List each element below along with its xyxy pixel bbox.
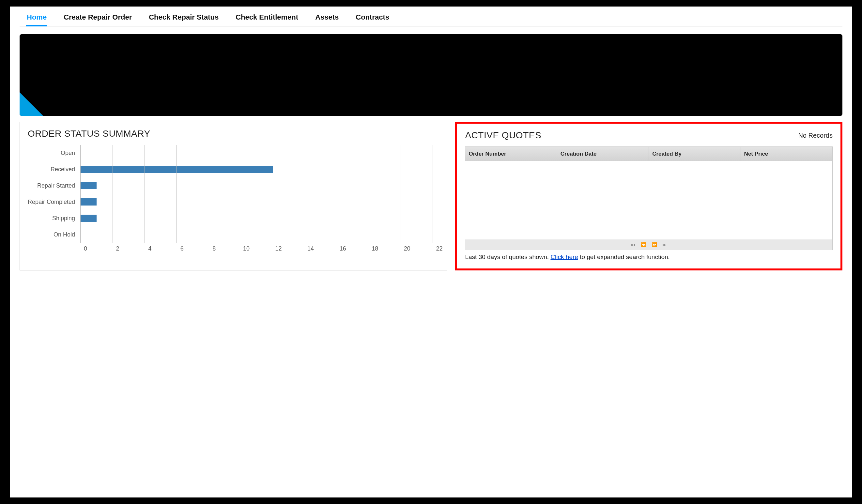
chart-bar-row <box>81 177 433 194</box>
chart-gridline <box>209 145 209 243</box>
nav-tab-check-repair-status[interactable]: Check Repair Status <box>148 12 219 26</box>
chart-gridline <box>401 145 401 243</box>
order-status-summary-panel: ORDER STATUS SUMMARY OpenReceivedRepair … <box>19 122 447 270</box>
active-quotes-title: ACTIVE QUOTES <box>465 130 541 141</box>
active-quotes-panel: ACTIVE QUOTES No Records Order NumberCre… <box>455 122 843 270</box>
panel-header: ORDER STATUS SUMMARY <box>28 129 439 139</box>
chart-category-label: Repair Completed <box>28 194 75 210</box>
chart-bar-row <box>81 210 433 226</box>
chart-x-tick: 22 <box>436 245 442 252</box>
page: HomeCreate Repair OrderCheck Repair Stat… <box>10 6 852 498</box>
nav-tab-home[interactable]: Home <box>26 12 47 26</box>
nav-tab-check-entitlement[interactable]: Check Entitlement <box>235 12 299 26</box>
pager-next-icon[interactable]: ⏩ <box>652 242 657 247</box>
chart-bar <box>81 182 96 189</box>
banner-corner-accent <box>19 92 43 116</box>
chart-x-tick: 8 <box>212 245 216 252</box>
panels-row: ORDER STATUS SUMMARY OpenReceivedRepair … <box>19 122 843 270</box>
chart-category-label: Received <box>28 161 75 177</box>
chart-x-tick: 16 <box>340 245 346 252</box>
chart-bar-row <box>81 161 433 177</box>
top-nav: HomeCreate Repair OrderCheck Repair Stat… <box>19 6 843 26</box>
quotes-column-header[interactable]: Net Price <box>741 147 832 161</box>
pager-prev-icon[interactable]: ⏪ <box>641 242 646 247</box>
quotes-pager: ⏮ ⏪ ⏩ ⏭ <box>465 239 832 250</box>
chart-category-label: Shipping <box>28 210 75 226</box>
chart-gridline <box>177 145 177 243</box>
chart-bar <box>81 215 96 222</box>
chart-gridline <box>113 145 113 243</box>
chart-bars <box>81 145 433 243</box>
chart-gridline <box>305 145 305 243</box>
chart-category-label: Open <box>28 145 75 161</box>
chart-bar <box>81 198 96 205</box>
chart-category-label: On Hold <box>28 226 75 243</box>
pager-last-icon[interactable]: ⏭ <box>662 242 667 247</box>
quotes-column-header[interactable]: Creation Date <box>557 147 649 161</box>
chart-y-labels: OpenReceivedRepair StartedRepair Complet… <box>28 145 80 243</box>
nav-tab-contracts[interactable]: Contracts <box>355 12 390 26</box>
chart-x-tick: 10 <box>243 245 250 252</box>
chart-gridline <box>369 145 369 243</box>
chart-x-tick: 14 <box>308 245 314 252</box>
quotes-footer-suffix: to get expanded search function. <box>578 253 670 260</box>
quotes-footer-prefix: Last 30 days of quotes shown. <box>465 253 550 260</box>
chart-x-tick: 0 <box>84 245 87 252</box>
pager-first-icon[interactable]: ⏮ <box>631 242 636 247</box>
chart-gridline <box>273 145 273 243</box>
quotes-column-header[interactable]: Order Number <box>465 147 557 161</box>
chart-x-tick: 12 <box>275 245 282 252</box>
chart-bar-row <box>81 226 433 243</box>
quotes-table-body <box>465 161 832 239</box>
quotes-table-header: Order NumberCreation DateCreated ByNet P… <box>465 147 832 161</box>
chart-bar-row <box>81 145 433 161</box>
chart-x-tick: 6 <box>180 245 184 252</box>
chart-x-tick: 4 <box>148 245 152 252</box>
chart-plot-area <box>80 145 433 243</box>
chart-x-axis: 0246810121416182022 <box>86 243 439 252</box>
quotes-footer-link[interactable]: Click here <box>550 253 578 260</box>
hero-banner <box>19 34 843 116</box>
chart-category-label: Repair Started <box>28 177 75 194</box>
quotes-header: ACTIVE QUOTES No Records <box>465 130 833 141</box>
chart-gridline <box>241 145 241 243</box>
no-records-label: No Records <box>798 132 833 139</box>
chart-x-tick: 18 <box>371 245 378 252</box>
chart: OpenReceivedRepair StartedRepair Complet… <box>28 145 439 243</box>
quotes-column-header[interactable]: Created By <box>649 147 741 161</box>
quotes-table: Order NumberCreation DateCreated ByNet P… <box>465 146 833 250</box>
quotes-footer: Last 30 days of quotes shown. Click here… <box>465 253 833 261</box>
chart-bar-row <box>81 194 433 210</box>
chart-x-tick: 2 <box>116 245 119 252</box>
nav-tab-assets[interactable]: Assets <box>314 12 339 26</box>
nav-tab-create-repair-order[interactable]: Create Repair Order <box>63 12 132 26</box>
chart-x-tick: 20 <box>404 245 410 252</box>
order-status-title: ORDER STATUS SUMMARY <box>28 129 151 139</box>
chart-gridline <box>433 145 433 243</box>
chart-gridline <box>337 145 337 243</box>
